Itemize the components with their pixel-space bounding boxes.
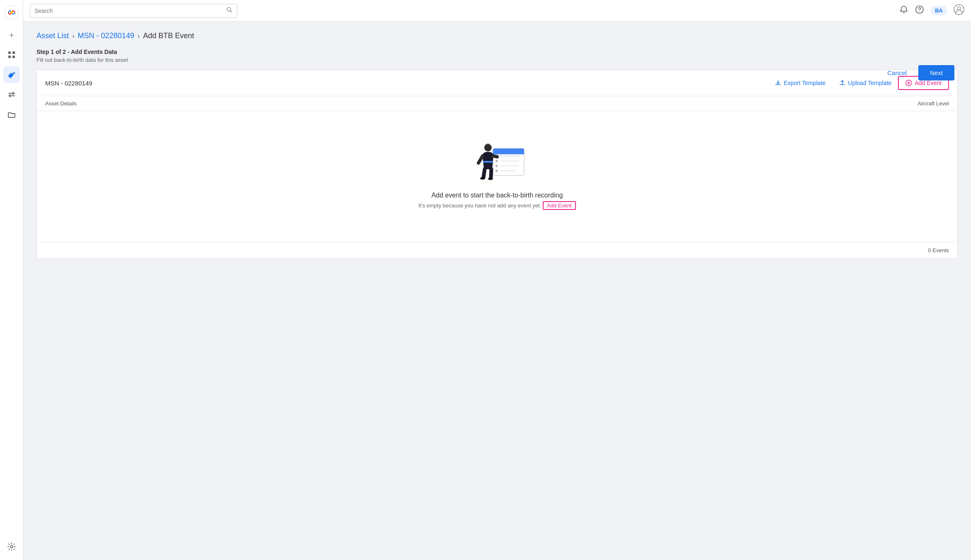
breadcrumb-sep1: › [72, 32, 74, 40]
main-area: BA Asset List › MSN - 02280149 › Add BTB… [23, 0, 971, 560]
add-event-inline-link[interactable]: Add Event [543, 201, 576, 210]
plus-circle-icon [905, 80, 912, 86]
panel-subheader: Asset Details Aircraft Level [37, 96, 957, 111]
download-icon [775, 80, 781, 86]
dashboard-icon[interactable] [3, 46, 20, 63]
empty-subtitle: It's empty because you have not add any … [418, 202, 576, 209]
step-title: Step 1 of 2 - Add Events Data [37, 49, 128, 55]
step-info: Step 1 of 2 - Add Events Data Fill out b… [37, 49, 128, 63]
search-input[interactable] [34, 7, 226, 14]
empty-illustration [464, 136, 530, 182]
svg-rect-3 [12, 51, 15, 54]
panel-header: MSN - 02280149 Export Template [37, 70, 957, 96]
svg-point-26 [488, 178, 493, 180]
transfer-icon[interactable] [3, 86, 20, 103]
topbar: BA [23, 0, 971, 22]
empty-subtitle-text: It's empty because you have not add any … [418, 202, 541, 209]
svg-rect-22 [493, 152, 524, 154]
breadcrumb-current: Add BTB Event [143, 32, 194, 40]
svg-point-9 [919, 11, 920, 12]
user-badge[interactable]: BA [931, 6, 947, 15]
svg-point-6 [10, 545, 13, 548]
subheader-aircraft-level: Aircraft Level [917, 100, 949, 107]
search-box[interactable] [30, 4, 237, 18]
add-event-label: Add Event [915, 80, 942, 86]
svg-point-15 [495, 160, 498, 162]
panel-msn-label: MSN - 02280149 [45, 80, 768, 87]
upload-icon [839, 80, 846, 86]
help-icon[interactable] [915, 5, 924, 16]
upload-template-label: Upload Template [848, 80, 892, 86]
svg-point-1 [10, 11, 13, 14]
breadcrumb: Asset List › MSN - 02280149 › Add BTB Ev… [37, 32, 958, 40]
main-panel: MSN - 02280149 Export Template [37, 70, 958, 259]
cancel-button[interactable]: Cancel [881, 66, 913, 80]
app-logo[interactable] [4, 5, 19, 20]
svg-point-25 [480, 177, 485, 180]
sidebar: ＋ [0, 0, 23, 560]
user-avatar[interactable] [954, 4, 964, 17]
header-buttons: Cancel Next [881, 65, 954, 80]
breadcrumb-msn[interactable]: MSN - 02280149 [78, 32, 134, 40]
settings-icon[interactable] [3, 538, 20, 555]
svg-rect-24 [483, 161, 493, 163]
svg-point-17 [495, 165, 498, 167]
breadcrumb-asset-list[interactable]: Asset List [37, 32, 69, 40]
empty-state: Add event to start the back-to-birth rec… [37, 111, 957, 242]
search-icon [226, 7, 233, 15]
topbar-actions: BA [899, 4, 964, 17]
flights-icon[interactable] [3, 66, 20, 83]
add-icon[interactable]: ＋ [3, 27, 20, 43]
step-subtitle: Fill out back-to-birth data for this ass… [37, 57, 128, 63]
breadcrumb-sep2: › [137, 32, 139, 40]
panel-footer: 0 Events [37, 242, 957, 258]
next-button[interactable]: Next [918, 65, 954, 80]
subheader-asset-details: Asset Details [45, 100, 917, 107]
folder-icon[interactable] [3, 106, 20, 123]
step-header: Step 1 of 2 - Add Events Data Fill out b… [37, 49, 958, 63]
events-count: 0 Events [928, 247, 949, 253]
export-template-label: Export Template [784, 80, 826, 86]
svg-rect-5 [12, 56, 15, 58]
svg-point-11 [957, 7, 961, 10]
svg-rect-4 [8, 56, 11, 58]
empty-title: Add event to start the back-to-birth rec… [432, 192, 563, 199]
content-area: Asset List › MSN - 02280149 › Add BTB Ev… [23, 22, 971, 560]
notification-icon[interactable] [899, 5, 908, 16]
empty-state-svg [464, 136, 530, 182]
export-template-button[interactable]: Export Template [768, 76, 832, 90]
svg-point-19 [495, 170, 498, 172]
svg-rect-2 [8, 51, 11, 54]
